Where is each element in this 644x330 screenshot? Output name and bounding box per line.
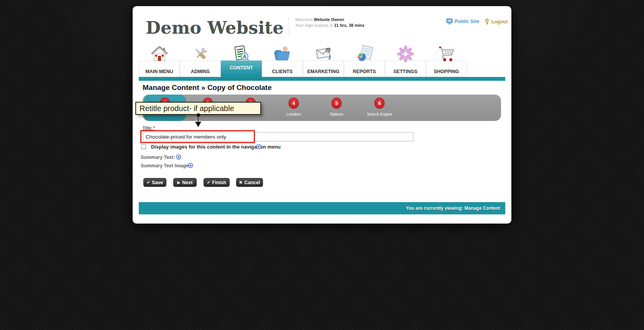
cancel-button-label: Cancel bbox=[244, 180, 260, 185]
welcome-user-name: Website Owner bbox=[314, 17, 344, 22]
svg-text:A: A bbox=[243, 54, 246, 59]
document-search-icon: A bbox=[233, 45, 250, 63]
header-divider bbox=[289, 17, 289, 34]
gear-icon bbox=[397, 45, 414, 63]
logout-link[interactable]: Logout bbox=[485, 18, 508, 25]
folder-person-icon bbox=[274, 45, 291, 63]
tab-label: CLIENTS bbox=[262, 69, 303, 74]
login-expires-value: 11 hrs, 38 mins bbox=[334, 23, 365, 28]
tab-emarketing[interactable]: @ EMARKETING bbox=[303, 48, 344, 77]
annotation-arrow-dot bbox=[197, 113, 200, 117]
tab-label: SHOPPING bbox=[426, 69, 467, 74]
wizard-step-6[interactable]: 6 Search Engine bbox=[358, 95, 401, 121]
tab-label: CONTENT bbox=[221, 65, 262, 70]
tab-label: MAIN MENU bbox=[139, 69, 180, 74]
tab-box-active bbox=[221, 60, 262, 81]
step-label: Options bbox=[317, 112, 356, 116]
next-button-label: Next bbox=[182, 180, 192, 185]
status-footer: You are currently viewing: Manage Conten… bbox=[139, 202, 505, 214]
home-icon bbox=[151, 45, 168, 63]
expand-plus-icon[interactable] bbox=[188, 163, 193, 168]
required-marker: * bbox=[153, 126, 155, 130]
tab-settings[interactable]: SETTINGS bbox=[385, 48, 426, 77]
annotation-tooltip: Retitle product- if applicable bbox=[135, 102, 261, 115]
pie-chart-icon bbox=[356, 45, 373, 63]
admin-panel-card: Demo Website Welcome Website Owner Your … bbox=[133, 6, 511, 224]
email-icon: @ bbox=[315, 45, 332, 63]
public-site-label: Public Site bbox=[455, 19, 479, 24]
expand-plus-icon[interactable] bbox=[176, 154, 181, 160]
step-number-badge: 5 bbox=[332, 98, 342, 109]
viewing-value: Manage Content bbox=[465, 206, 500, 211]
display-images-checkbox[interactable] bbox=[141, 144, 146, 149]
login-expires-prefix: Your login expires in bbox=[295, 23, 333, 28]
expand-plus-icon[interactable] bbox=[256, 144, 261, 149]
tab-content[interactable]: A CONTENT bbox=[221, 48, 262, 77]
tab-shopping[interactable]: SHOPPING bbox=[426, 48, 467, 77]
wizard-step-4[interactable]: 4 Location bbox=[272, 95, 315, 121]
step-number-badge: 6 bbox=[375, 98, 385, 109]
tab-reports[interactable]: REPORTS bbox=[344, 48, 385, 77]
summary-text-label: Summary Text: bbox=[141, 155, 175, 160]
step-label: Search Engine bbox=[360, 112, 399, 116]
tools-icon bbox=[192, 45, 209, 63]
tab-label: SETTINGS bbox=[385, 69, 426, 74]
logout-label: Logout bbox=[491, 19, 508, 25]
viewing-prefix: You are currently viewing: bbox=[406, 206, 463, 211]
next-button[interactable]: ▶ Next bbox=[173, 178, 197, 187]
check-icon: ✔ bbox=[147, 180, 150, 185]
svg-text:@: @ bbox=[325, 46, 331, 53]
monitor-icon bbox=[446, 18, 453, 25]
key-icon bbox=[485, 18, 490, 25]
welcome-prefix: Welcome bbox=[295, 17, 313, 22]
page-title: Manage Content » Copy of Chocolate bbox=[143, 83, 272, 92]
tab-label: EMARKETING bbox=[303, 69, 344, 74]
tab-main-menu[interactable]: MAIN MENU bbox=[139, 48, 180, 77]
annotation-arrow-head bbox=[195, 122, 201, 127]
summary-text-image-label: Summary Text Image: bbox=[141, 163, 190, 168]
x-icon: ✖ bbox=[239, 180, 242, 185]
site-logo: Demo Website bbox=[146, 18, 284, 38]
play-icon: ▶ bbox=[177, 180, 181, 185]
check-icon: ✔ bbox=[207, 180, 210, 185]
tab-label: REPORTS bbox=[344, 69, 385, 74]
title-field-label: Title:* bbox=[143, 126, 155, 130]
step-number-badge: 4 bbox=[289, 98, 299, 109]
wizard-step-5[interactable]: 5 Options bbox=[315, 95, 358, 121]
tab-label: ADMINS bbox=[180, 69, 221, 74]
tab-admins[interactable]: ADMINS bbox=[180, 48, 221, 77]
cart-icon bbox=[438, 45, 455, 63]
save-button-label: Save bbox=[152, 180, 163, 185]
tab-clients[interactable]: CLIENTS bbox=[262, 48, 303, 77]
step-label: Location bbox=[274, 112, 313, 116]
public-site-link[interactable]: Public Site bbox=[446, 18, 479, 25]
cancel-button[interactable]: ✖ Cancel bbox=[236, 178, 263, 187]
finish-button[interactable]: ✔ Finish bbox=[204, 178, 230, 187]
welcome-block: Welcome Website Owner Your login expires… bbox=[295, 17, 365, 28]
save-button[interactable]: ✔ Save bbox=[143, 178, 166, 187]
nav-underline-bar bbox=[139, 77, 505, 81]
main-nav: MAIN MENU ADMINS bbox=[139, 48, 505, 77]
finish-button-label: Finish bbox=[212, 180, 226, 185]
title-input[interactable] bbox=[143, 132, 414, 142]
